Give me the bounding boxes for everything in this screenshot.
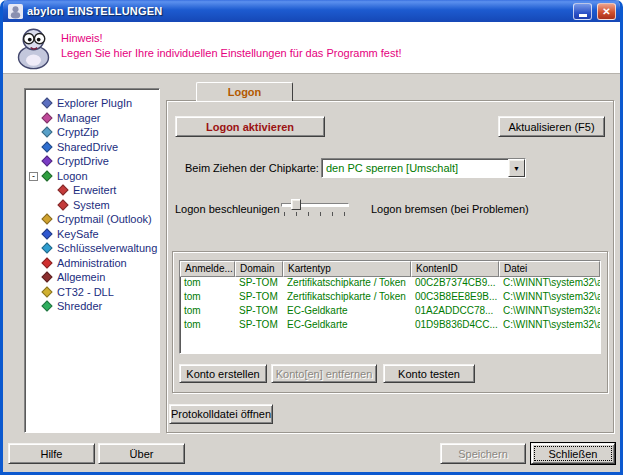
table-row[interactable]: tom SP-TOM EC-Geldkarte 01A2ADDCC78... C… bbox=[180, 305, 600, 319]
column-header-datei[interactable]: Datei bbox=[499, 261, 600, 277]
administration-icon bbox=[41, 257, 52, 268]
sidebar-item-label: Explorer PlugIn bbox=[57, 97, 132, 109]
sidebar-item-explorer-plugin[interactable]: Explorer PlugIn bbox=[25, 96, 159, 111]
cryptdrive-icon bbox=[41, 156, 52, 167]
keysafe-icon bbox=[41, 228, 52, 239]
cell-domain: SP-TOM bbox=[235, 305, 283, 319]
cell-anmeldename: tom bbox=[180, 305, 235, 319]
cell-anmeldename: tom bbox=[180, 277, 235, 291]
close-dialog-button[interactable]: Schließen bbox=[531, 443, 615, 464]
shredder-icon bbox=[41, 301, 52, 312]
sidebar-item-label: Shredder bbox=[57, 300, 102, 312]
sidebar-item-label: System bbox=[73, 199, 110, 211]
sidebar-item-keysafe[interactable]: KeySafe bbox=[25, 227, 159, 242]
open-logfile-button[interactable]: Protokolldatei öffnen bbox=[169, 404, 273, 424]
system-icon bbox=[57, 199, 68, 210]
close-icon: ✕ bbox=[602, 6, 610, 17]
sidebar-item-cryptzip[interactable]: CryptZip bbox=[25, 125, 159, 140]
column-header-anmeldename[interactable]: Anmelde... bbox=[180, 261, 235, 277]
tab-logon[interactable]: Logon bbox=[196, 82, 293, 101]
sidebar-item-schluesselverwaltung[interactable]: Schlüsselverwaltung bbox=[25, 241, 159, 256]
remove-account-button[interactable]: Konto[en] entfernen bbox=[271, 364, 377, 383]
allgemein-icon bbox=[41, 272, 52, 283]
column-header-kartentyp[interactable]: Kartentyp bbox=[283, 261, 411, 277]
cell-anmeldename: tom bbox=[180, 291, 235, 305]
refresh-button[interactable]: Aktualisieren (F5) bbox=[498, 116, 605, 137]
cell-domain: SP-TOM bbox=[235, 291, 283, 305]
cell-kartentyp: Zertifikatschipkarte / Token bbox=[283, 277, 411, 291]
sidebar-item-label: Administration bbox=[57, 257, 127, 269]
explorer-plugin-icon bbox=[41, 98, 52, 109]
logon-panel: Logon aktivieren Aktualisieren (F5) Beim… bbox=[166, 100, 614, 433]
settings-window: abylon EINSTELLUNGEN ✕ Hinweis! Legen Si… bbox=[0, 0, 623, 475]
manager-icon bbox=[41, 112, 52, 123]
sidebar-item-label: Schlüsselverwaltung bbox=[57, 242, 157, 254]
slider-ticks bbox=[284, 212, 346, 216]
schluesselverwaltung-icon bbox=[41, 243, 52, 254]
sidebar-item-label: Allgemein bbox=[57, 271, 105, 283]
shareddrive-icon bbox=[41, 141, 52, 152]
sidebar-item-label: Cryptmail (Outlook) bbox=[57, 213, 152, 225]
cell-domain: SP-TOM bbox=[235, 319, 283, 333]
cell-datei: C:\WINNT\system32\apmEnt bbox=[499, 305, 600, 319]
hint-title: Hinweis! bbox=[61, 31, 402, 46]
slider-right-label: Logon bremsen (bei Problemen) bbox=[371, 203, 529, 215]
settings-tree: Explorer PlugIn Manager CryptZip SharedD… bbox=[24, 88, 160, 433]
table-row[interactable]: tom SP-TOM Zertifikatschipkarte / Token … bbox=[180, 291, 600, 305]
column-header-domain[interactable]: Domain bbox=[235, 261, 283, 277]
cryptzip-icon bbox=[41, 127, 52, 138]
sidebar-item-allgemein[interactable]: Allgemein bbox=[25, 270, 159, 285]
sidebar-item-label: Manager bbox=[57, 112, 100, 124]
sidebar-item-cryptdrive[interactable]: CryptDrive bbox=[25, 154, 159, 169]
listview-header: Anmelde... Domain Kartentyp KontenID Dat… bbox=[180, 261, 600, 277]
create-account-button[interactable]: Konto erstellen bbox=[179, 364, 267, 383]
app-icon bbox=[8, 4, 23, 19]
logon-activate-button[interactable]: Logon aktivieren bbox=[175, 116, 325, 137]
cell-kartentyp: EC-Geldkarte bbox=[283, 305, 411, 319]
minimize-button[interactable] bbox=[573, 3, 592, 20]
sidebar-item-administration[interactable]: Administration bbox=[25, 256, 159, 271]
cell-kartentyp: EC-Geldkarte bbox=[283, 319, 411, 333]
column-header-kontenid[interactable]: KontenID bbox=[411, 261, 499, 277]
tree-expander-icon[interactable]: - bbox=[29, 172, 38, 181]
sidebar-item-system[interactable]: System bbox=[25, 198, 159, 213]
slider-left-label: Logon beschleunigen bbox=[175, 203, 280, 215]
dialog-body: Explorer PlugIn Manager CryptZip SharedD… bbox=[3, 74, 620, 472]
cell-kontenid: 01A2ADDCC78... bbox=[411, 305, 499, 319]
sidebar-item-manager[interactable]: Manager bbox=[25, 111, 159, 126]
sidebar-item-cryptmail[interactable]: Cryptmail (Outlook) bbox=[25, 212, 159, 227]
titlebar[interactable]: abylon EINSTELLUNGEN ✕ bbox=[3, 0, 620, 22]
sidebar-item-logon[interactable]: - Logon bbox=[25, 169, 159, 184]
sidebar-item-label: CryptZip bbox=[57, 126, 99, 138]
save-button[interactable]: Speichern bbox=[440, 443, 526, 464]
test-account-button[interactable]: Konto testen bbox=[383, 364, 475, 383]
table-row[interactable]: tom SP-TOM Zertifikatschipkarte / Token … bbox=[180, 277, 600, 291]
table-row[interactable]: tom SP-TOM EC-Geldkarte 01D9B836D4CC... … bbox=[180, 319, 600, 333]
sidebar-item-erweitert[interactable]: Erweitert bbox=[25, 183, 159, 198]
accounts-groupbox: Anmelde... Domain Kartentyp KontenID Dat… bbox=[172, 251, 608, 393]
accounts-listview[interactable]: Anmelde... Domain Kartentyp KontenID Dat… bbox=[179, 260, 601, 354]
cryptmail-icon bbox=[41, 214, 52, 225]
sidebar-item-label: KeySafe bbox=[57, 228, 99, 240]
sidebar-item-shredder[interactable]: Shredder bbox=[25, 299, 159, 314]
erweitert-icon bbox=[57, 185, 68, 196]
cell-kontenid: 01D9B836D4CC... bbox=[411, 319, 499, 333]
cell-kontenid: 00C3B8EE8E9B... bbox=[411, 291, 499, 305]
chipcard-action-value: den PC sperren [Umschalt] bbox=[322, 159, 508, 177]
close-button[interactable]: ✕ bbox=[597, 3, 616, 20]
window-title: abylon EINSTELLUNGEN bbox=[27, 5, 569, 17]
sidebar-item-shareddrive[interactable]: SharedDrive bbox=[25, 140, 159, 155]
sidebar-item-label: CT32 - DLL bbox=[57, 286, 114, 298]
minimize-icon bbox=[579, 14, 587, 17]
slider-thumb-icon[interactable] bbox=[291, 199, 301, 210]
about-button[interactable]: Über bbox=[98, 443, 185, 464]
sidebar-item-label: SharedDrive bbox=[57, 141, 118, 153]
cell-datei: C:\WINNT\system32\apmEnt bbox=[499, 277, 600, 291]
cell-domain: SP-TOM bbox=[235, 277, 283, 291]
cell-kontenid: 00C2B7374CB9... bbox=[411, 277, 499, 291]
sidebar-item-ct32-dll[interactable]: CT32 - DLL bbox=[25, 285, 159, 300]
help-button[interactable]: Hilfe bbox=[8, 443, 95, 464]
logon-speed-slider[interactable] bbox=[281, 198, 349, 216]
chipcard-action-select[interactable]: den PC sperren [Umschalt] ▼ bbox=[321, 158, 526, 178]
chevron-down-icon[interactable]: ▼ bbox=[508, 159, 525, 177]
